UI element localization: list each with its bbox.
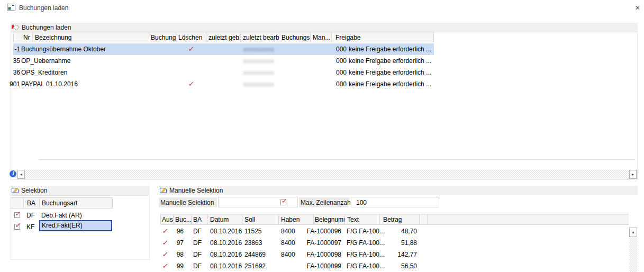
cell-freigabe-code: 000 (336, 57, 347, 65)
cell-soll: 251692 (244, 262, 266, 270)
col-buchungsart[interactable]: Buchungsart (40, 197, 113, 208)
selektion-group-header: Selektion (11, 186, 150, 195)
redacted-user: xxxxxxxxx (243, 46, 275, 52)
window-icon (7, 4, 15, 13)
load-row-2[interactable]: 35 OP_Uebernahme xxxxxxxxx 000 keine Fre… (13, 55, 434, 67)
cell-ba: DF (193, 262, 202, 270)
selektion-header-row: BA Buchungsart (11, 197, 113, 208)
cell-betrag: 48,70 (379, 228, 417, 235)
col-datum[interactable]: Datum (208, 214, 242, 225)
col-empty (420, 214, 428, 225)
vscroll-up-arrow-icon[interactable]: ▲ (629, 228, 637, 237)
cell-belegnummer: FA-1000099 (304, 262, 341, 270)
check-icon: ✓ (281, 197, 288, 205)
loeschen-check-icon: ✓ (176, 80, 207, 88)
header-filler (428, 214, 629, 225)
manuelle-group-header: Manuelle Selektion (159, 186, 638, 195)
cell-freigabe-text: keine Freigabe erforderlich ... (349, 69, 431, 76)
col-man[interactable]: Man... (311, 32, 332, 42)
manuelle-row-98[interactable]: ✓ 98 DF 08.10.2016 244869 8400 FA-100009… (160, 249, 629, 260)
cell-datum: 08.10.2016 (210, 251, 242, 258)
cell-nr: 901 (0, 80, 20, 88)
cell-belegnummer: FA-1000097 (304, 239, 341, 247)
cell-nr: 36 (0, 69, 20, 76)
col-betrag[interactable]: Betrag (380, 214, 420, 225)
max-zeilenanzahl-field[interactable]: 100 (351, 197, 439, 207)
cell-belegnummer: FA-1000098 (304, 251, 341, 258)
cell-freigabe-text: keine Freigabe erforderlich ... (349, 46, 431, 53)
close-icon[interactable]: ✕ (633, 3, 642, 13)
cell-bezeichnung: Buchungsübernahme Oktober (21, 46, 106, 53)
col-aus[interactable]: Aus... (160, 214, 174, 225)
redacted-user: xxxxxxxxx (243, 58, 275, 64)
col-check[interactable] (11, 197, 24, 208)
manuelle-selektion-label: Manuelle Selektion (159, 197, 217, 207)
col-ba[interactable]: BA (192, 214, 208, 225)
col-bezeichnung[interactable]: Bezeichnung (33, 32, 149, 42)
cell-bezeichnung: PAYPAL 01.10.2016 (21, 80, 78, 88)
cell-freigabe-text: keine Freigabe erforderlich ... (349, 57, 431, 65)
cell-betrag: 51,88 (379, 239, 417, 247)
cell-ba: DF (26, 212, 35, 219)
cell-betrag: 56,50 (379, 262, 417, 270)
col-nr[interactable]: Nr (13, 32, 33, 42)
manuelle-group-title: Manuelle Selektion (169, 187, 223, 194)
cell-haben: 8400 (281, 239, 295, 247)
load-group-icon (11, 24, 20, 31)
vscroll-track[interactable] (629, 237, 637, 272)
manuelle-selektion-field[interactable]: ✓ (218, 197, 298, 207)
col-buchungsnr[interactable]: Buchungsnr (279, 32, 311, 42)
hscroll-track[interactable] (25, 170, 629, 179)
manuelle-row-97[interactable]: ✓ 97 DF 08.10.2016 23863 8400 FA-1000097… (160, 237, 629, 249)
manuelle-selektion-checkbox[interactable]: ✓ (280, 200, 286, 205)
manuelle-row-partial[interactable]: ✓ (160, 270, 629, 272)
col-buchungen[interactable]: Buchungen (149, 32, 176, 42)
manuelle-header-row: Aus... Buc... BA Datum Soll Haben Belegn… (160, 214, 629, 225)
check-icon: ✓ (15, 210, 22, 217)
cell-ba: KF (26, 223, 34, 231)
col-belegnummer[interactable]: Belegnummer (314, 214, 345, 225)
cell-nr: 35 (0, 57, 20, 65)
col-buc[interactable]: Buc... (174, 214, 192, 225)
cell-freigabe-code: 000 (336, 80, 347, 88)
loeschen-check-icon: ✓ (176, 45, 207, 53)
window-title: Buchungen laden (19, 4, 68, 12)
selektion-row-df[interactable]: ✓ DF Deb.Fakt (AR) (11, 210, 150, 221)
cell-haben: 8400 (281, 251, 295, 258)
row-checkbox[interactable]: ✓ (14, 212, 20, 218)
col-zuletzt-bearb[interactable]: zuletzt bearb... (241, 32, 279, 42)
cell-freigabe-code: 000 (336, 46, 347, 53)
info-icon[interactable]: i (10, 170, 16, 177)
load-group-title: Buchungen laden (22, 24, 71, 31)
cell-datum: 08.10.2016 (210, 262, 242, 270)
cell-soll: 244869 (244, 251, 266, 258)
col-zuletzt-geb[interactable]: zuletzt geb... (206, 32, 241, 42)
load-grid-header-row: Nr Bezeichnung Buchungen Löschen zuletzt… (13, 32, 434, 42)
grid-insert-row-line (40, 159, 635, 160)
cell-soll: 23863 (244, 239, 262, 247)
col-freigabe[interactable]: Freigabe (332, 32, 434, 42)
focused-cell-buchungsart[interactable]: Kred.Fakt(ER) (39, 220, 112, 231)
cell-datum: 08.10.2016 (210, 228, 242, 235)
hscroll-left-arrow-icon[interactable]: ◂ (17, 170, 25, 179)
col-text[interactable]: Text (345, 214, 380, 225)
selektion-group-title: Selektion (21, 187, 47, 194)
cell-buc: 97 (160, 239, 184, 247)
manuelle-row-96[interactable]: ✓ 96 DF 08.10.2016 11525 8400 FA-1000096… (160, 225, 629, 237)
load-row-4[interactable]: 901 PAYPAL 01.10.2016 ✓ xxxxxxxxx 000 ke… (13, 78, 434, 90)
cell-buc: 96 (160, 228, 184, 235)
col-soll[interactable]: Soll (242, 214, 279, 225)
col-loeschen[interactable]: Löschen (176, 32, 206, 42)
load-row-1[interactable]: -1 Buchungsübernahme Oktober ✓ xxxxxxxxx… (13, 43, 434, 55)
cell-ba: DF (193, 239, 202, 247)
load-row-3[interactable]: 36 OPS_Kreditoren xxxxxxxxx 000 keine Fr… (13, 67, 434, 78)
hscroll-right-arrow-icon[interactable]: ▸ (629, 170, 637, 179)
col-ba[interactable]: BA (24, 197, 40, 208)
redacted-user: xxxxxxxxx (243, 69, 275, 76)
check-icon: ✓ (15, 221, 22, 229)
cell-nr: -1 (0, 46, 20, 53)
cell-betrag: 142,77 (379, 251, 417, 258)
cell-haben: 8400 (281, 228, 295, 235)
row-checkbox[interactable]: ✓ (14, 224, 20, 230)
col-haben[interactable]: Haben (279, 214, 314, 225)
